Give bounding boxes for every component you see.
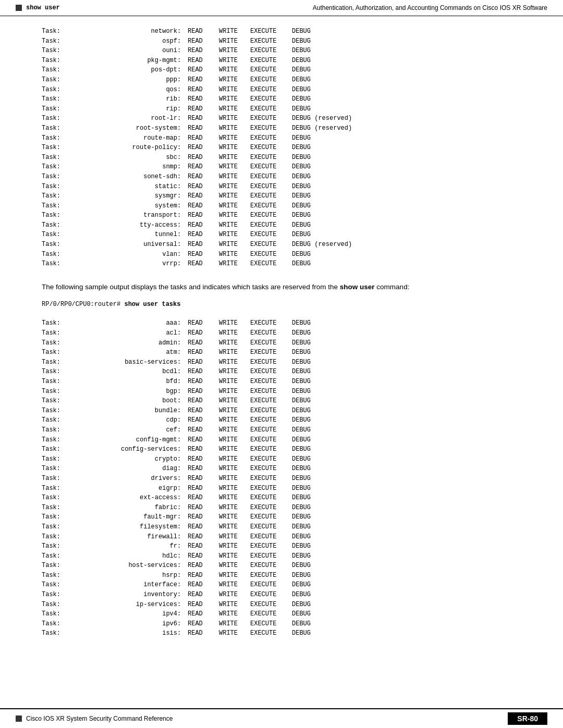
task-label-cell: Task: [42, 348, 83, 357]
task-label-cell: Task: [42, 435, 83, 445]
task-name-cell: root-lr [83, 114, 177, 124]
task-execute-cell: EXECUTE [250, 182, 292, 192]
task-debug-cell: DEBUG [292, 396, 311, 406]
task-debug-cell: DEBUG [292, 454, 311, 464]
task-execute-cell: EXECUTE [250, 220, 292, 230]
task-write-cell: WRITE [219, 348, 250, 357]
task-colon-cell: : [177, 104, 188, 114]
task-read-cell: READ [188, 609, 219, 619]
task-read-cell: READ [188, 338, 219, 348]
task-execute-cell: EXECUTE [250, 367, 292, 377]
table-row: Task: bcdl : READ WRITE EXECUTE DEBUG [42, 367, 521, 377]
task-read-cell: READ [188, 541, 219, 551]
task-name-cell: diag [83, 464, 177, 474]
task-debug-cell: DEBUG [292, 474, 311, 484]
task-debug-cell: DEBUG [292, 522, 311, 532]
task-name-cell: cef [83, 425, 177, 435]
task-name-cell: ppp [83, 75, 177, 85]
task-label-cell: Task: [42, 328, 83, 338]
task-execute-cell: EXECUTE [250, 94, 292, 104]
task-write-cell: WRITE [219, 367, 250, 377]
task-write-cell: WRITE [219, 493, 250, 503]
task-label-cell: Task: [42, 357, 83, 367]
task-read-cell: READ [188, 104, 219, 114]
task-name-cell: hsrp [83, 571, 177, 581]
task-debug-cell: DEBUG [292, 619, 311, 629]
table-row: Task: ipv4 : READ WRITE EXECUTE DEBUG [42, 609, 521, 619]
table-row: Task: acl : READ WRITE EXECUTE DEBUG [42, 328, 521, 338]
task-name-cell: ospf [83, 36, 177, 46]
task-read-cell: READ [188, 435, 219, 445]
table-row: Task: filesystem : READ WRITE EXECUTE DE… [42, 522, 521, 532]
table-row: Task: network : READ WRITE EXECUTE DEBUG [42, 27, 521, 36]
table-row: Task: hdlc : READ WRITE EXECUTE DEBUG [42, 551, 521, 561]
table-row: Task: crypto : READ WRITE EXECUTE DEBUG [42, 454, 521, 464]
task-read-cell: READ [188, 600, 219, 610]
task-label-cell: Task: [42, 182, 83, 192]
task-execute-cell: EXECUTE [250, 46, 292, 56]
task-write-cell: WRITE [219, 464, 250, 474]
task-name-cell: pkg-mgmt [83, 56, 177, 66]
task-write-cell: WRITE [219, 474, 250, 484]
task-label-cell: Task: [42, 522, 83, 532]
task-name-cell: route-map [83, 133, 177, 143]
task-name-cell: system [83, 201, 177, 211]
task-colon-cell: : [177, 338, 188, 348]
task-debug-cell: DEBUG (reserved) [292, 124, 352, 133]
task-colon-cell: : [177, 619, 188, 629]
task-execute-cell: EXECUTE [250, 143, 292, 153]
table-row: Task: firewall : READ WRITE EXECUTE DEBU… [42, 532, 521, 542]
task-colon-cell: : [177, 503, 188, 513]
task-name-cell: eigrp [83, 484, 177, 493]
task-label-cell: Task: [42, 114, 83, 124]
task-write-cell: WRITE [219, 85, 250, 95]
task-name-cell: ipv4 [83, 609, 177, 619]
task-read-cell: READ [188, 377, 219, 387]
task-read-cell: READ [188, 406, 219, 416]
task-colon-cell: : [177, 94, 188, 104]
task-name-cell: cdp [83, 415, 177, 425]
task-write-cell: WRITE [219, 220, 250, 230]
table-row: Task: bgp : READ WRITE EXECUTE DEBUG [42, 387, 521, 397]
task-colon-cell: : [177, 36, 188, 46]
task-debug-cell: DEBUG [292, 259, 311, 269]
task-label-cell: Task: [42, 27, 83, 36]
task-label-cell: Task: [42, 571, 83, 581]
task-write-cell: WRITE [219, 580, 250, 590]
task-label-cell: Task: [42, 387, 83, 397]
task-colon-cell: : [177, 56, 188, 66]
table-row: Task: atm : READ WRITE EXECUTE DEBUG [42, 348, 521, 357]
task-read-cell: READ [188, 36, 219, 46]
task-name-cell: bgp [83, 387, 177, 397]
task-read-cell: READ [188, 75, 219, 85]
task-debug-cell: DEBUG [292, 36, 311, 46]
task-debug-cell: DEBUG [292, 348, 311, 357]
task-label-cell: Task: [42, 230, 83, 240]
task-debug-cell: DEBUG [292, 104, 311, 114]
task-debug-cell: DEBUG [292, 551, 311, 561]
task-colon-cell: : [177, 609, 188, 619]
task-label-cell: Task: [42, 493, 83, 503]
task-debug-cell: DEBUG [292, 27, 311, 36]
task-read-cell: READ [188, 259, 219, 269]
task-debug-cell: DEBUG [292, 512, 311, 522]
table-row: Task: fr : READ WRITE EXECUTE DEBUG [42, 541, 521, 551]
task-label-cell: Task: [42, 377, 83, 387]
task-read-cell: READ [188, 143, 219, 153]
task-execute-cell: EXECUTE [250, 328, 292, 338]
task-debug-cell: DEBUG [292, 143, 311, 153]
task-write-cell: WRITE [219, 415, 250, 425]
table-row: Task: root-system : READ WRITE EXECUTE D… [42, 124, 521, 133]
task-debug-cell: DEBUG [292, 580, 311, 590]
task-colon-cell: : [177, 512, 188, 522]
task-name-cell: sysmgr [83, 191, 177, 201]
task-execute-cell: EXECUTE [250, 357, 292, 367]
task-read-cell: READ [188, 580, 219, 590]
task-debug-cell: DEBUG [292, 425, 311, 435]
task-label-cell: Task: [42, 415, 83, 425]
task-execute-cell: EXECUTE [250, 124, 292, 133]
bold-show: show [340, 283, 358, 291]
task-execute-cell: EXECUTE [250, 36, 292, 46]
task-colon-cell: : [177, 474, 188, 484]
task-colon-cell: : [177, 143, 188, 153]
